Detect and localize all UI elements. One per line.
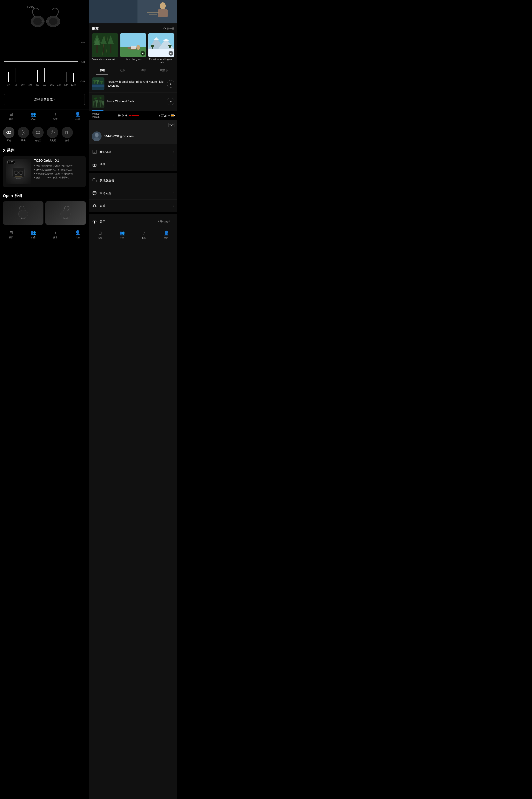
category-earphones[interactable]: 耳机 (3, 127, 15, 142)
status-center: 19:04 (118, 114, 139, 117)
menu-gap-1 (89, 171, 177, 172)
nav-explore[interactable]: ♪ 探索 (44, 112, 66, 121)
eq-section: 5dB 0dB -5dB 20 50 100 200 400 800 1.6K … (0, 39, 89, 90)
battery-icon (171, 114, 174, 116)
eq-bar-20[interactable] (5, 41, 12, 82)
service-icon (92, 203, 97, 208)
nav-home-label-right: 首页 (98, 236, 102, 239)
music-item-2[interactable]: Forest Wind And Birds ▶ (89, 93, 177, 110)
rec-card-snow[interactable]: ▶ Forest snow falling and birds (148, 33, 174, 64)
eq-bar-1600[interactable] (48, 41, 55, 82)
bottom-nav-left: ⊞ 首页 👥 产品 ♪ 探索 👤 我的 (0, 109, 89, 123)
category-speaker[interactable]: 音箱 (61, 127, 73, 142)
category-scroll: 耳机 手表 (3, 127, 86, 143)
eq-bar-12800[interactable] (70, 41, 77, 82)
user-avatar (92, 131, 101, 141)
orders-icon-svg (92, 150, 97, 154)
svg-rect-72 (92, 85, 104, 87)
mail-button[interactable] (169, 123, 174, 129)
music-thumb-1 (92, 77, 104, 90)
play-btn-grass[interactable]: ▶ (140, 51, 145, 56)
menu-about[interactable]: 关于 知乎 @奋斗 › (89, 215, 177, 228)
nav-products-label-2: 产品 (31, 236, 36, 239)
product-info: TOZO Golden X1 动圈+动铁双单元，OrigX Pro专业调音 LD… (34, 159, 83, 184)
profile-row[interactable]: 344459231@qq.com › (92, 131, 174, 141)
feedback-label: 意见及反馈 (99, 179, 171, 182)
menu-activity[interactable]: 活动 › (89, 158, 177, 171)
open-product-2[interactable]: TOZO (45, 201, 86, 225)
carrier-1: 中国电信 (92, 112, 99, 115)
eq-label-5db: 5dB (80, 41, 85, 44)
eq-bar-200[interactable] (26, 41, 34, 82)
eq-bar-6400[interactable] (62, 41, 70, 82)
eq-freq-50: 50 (12, 84, 19, 86)
eq-bar-3200[interactable] (55, 41, 62, 82)
svg-rect-5 (41, 20, 44, 22)
tab-sleep[interactable]: 助眠 (133, 66, 154, 75)
category-charger[interactable]: 充电器 (47, 127, 58, 142)
eq-bar-50[interactable] (12, 41, 19, 82)
refresh-button[interactable]: 换一批 (163, 27, 174, 31)
rec-card-forest-img (92, 33, 118, 57)
nav-products-2[interactable]: 👥 产品 (22, 230, 44, 239)
svg-rect-52 (120, 33, 146, 47)
menu-faq[interactable]: 常见问题 › (89, 187, 177, 200)
open-product-1[interactable]: TOZO (3, 201, 43, 225)
svg-rect-103 (93, 192, 96, 194)
nav-explore-2[interactable]: ♪ 探索 (44, 230, 66, 239)
nav-products[interactable]: 👥 产品 (22, 112, 44, 121)
menu-group-1: 我的订单 › 活动 › (89, 146, 177, 171)
left-panel: TOZO (0, 0, 89, 799)
music-play-btn-1[interactable]: ▶ (167, 80, 174, 88)
menu-group-about: 关于 知乎 @奋斗 › (89, 215, 177, 228)
nav-explore-right[interactable]: ♪ 探索 (133, 231, 155, 239)
speed-value: 306 (161, 113, 164, 115)
nav-mine[interactable]: 👤 我的 (66, 112, 89, 121)
svg-text:TOZO: TOZO (27, 5, 35, 8)
eq-freq-1600: 1.6K (48, 84, 55, 86)
rec-card-forest[interactable]: Forest atmosphere with... (92, 33, 118, 64)
faq-label: 常见问题 (99, 192, 171, 195)
eq-freq-800: 800 (41, 84, 48, 86)
top-banner-image (89, 0, 177, 23)
rec-card-grass[interactable]: ▶ Lie on the grass (120, 33, 146, 64)
tab-relax[interactable]: 放松 (112, 66, 133, 75)
eq-bar-400[interactable] (34, 41, 41, 82)
nav-home[interactable]: ⊞ 首页 (0, 112, 22, 121)
nav-home-2[interactable]: ⊞ 首页 (0, 230, 22, 239)
open-series-section: Open 系列 TOZO TOZO (0, 190, 89, 228)
feature-2: LDAC高清音频解码，Hi-Res金标认证 (34, 168, 83, 171)
svg-point-4 (49, 18, 57, 25)
category-powerbank-label: 充电宝 (35, 139, 41, 142)
right-panel: 推荐 换一批 (89, 0, 177, 799)
about-label: 关于 (99, 220, 155, 223)
nav-mine-2[interactable]: 👤 我的 (66, 230, 89, 239)
carrier-info: 中国电信 中国联通 (92, 112, 99, 118)
music-title-2: Forest Wind And Birds (107, 100, 134, 103)
category-watch[interactable]: 手表 (18, 127, 29, 142)
select-sound-button[interactable]: 选择更多音效> (4, 94, 85, 105)
recommend-header: 推荐 换一批 (92, 26, 174, 31)
menu-feedback[interactable]: 意见及反馈 › (89, 174, 177, 187)
nav-home-right[interactable]: ⊞ 首页 (89, 231, 111, 239)
rec-card-grass-img: ▶ (120, 33, 146, 57)
eq-bar-800[interactable] (41, 41, 48, 82)
eq-freq-6400: 6.4K (62, 84, 70, 86)
nav-mine-right[interactable]: 👤 我的 (155, 231, 177, 239)
menu-orders[interactable]: 我的订单 › (89, 146, 177, 158)
category-powerbank[interactable]: 充电宝 (32, 127, 44, 142)
music-thumb-2 (92, 95, 104, 108)
eq-bar-100[interactable] (19, 41, 26, 82)
menu-service[interactable]: 客服 › (89, 200, 177, 212)
rec-card-forest-label: Forest atmosphere with... (92, 58, 118, 61)
tab-soothe[interactable]: 舒缓 (92, 66, 112, 75)
nav-products-right[interactable]: 👥 产品 (111, 231, 133, 239)
eq-label-neg5db: -5dB (80, 80, 85, 83)
golden-x1-card[interactable]: ⊙ 3D V100-Y (3, 156, 86, 187)
top-banner-svg (89, 0, 177, 23)
music-item-1[interactable]: Forest With Small River Birds And Nature… (89, 75, 177, 93)
tab-pure-music[interactable]: 纯音乐 (154, 66, 174, 75)
about-right-text: 知乎 @奋斗 (158, 220, 171, 223)
music-play-btn-2[interactable]: ▶ (167, 98, 174, 105)
play-btn-snow[interactable]: ▶ (169, 51, 173, 56)
